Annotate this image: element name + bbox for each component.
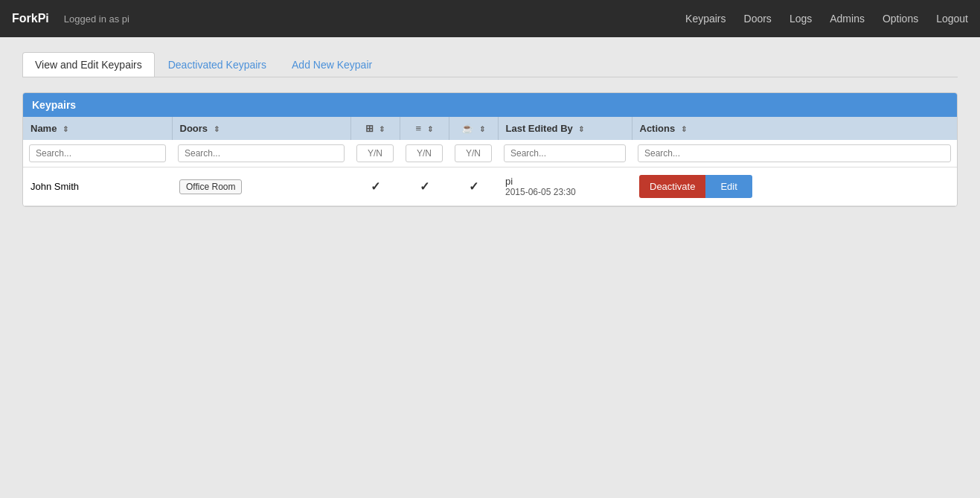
search-lastedited-cell <box>498 140 632 167</box>
nav-options[interactable]: Options <box>883 13 918 25</box>
table-row: John Smith Office Room ✓ ✓ ✓ p <box>23 167 957 206</box>
search-yn2-input[interactable] <box>406 144 443 162</box>
search-yn3-cell <box>449 140 498 167</box>
col-header-list[interactable]: ≡ ⇕ <box>400 117 449 140</box>
sort-actions-icon: ⇕ <box>681 125 687 133</box>
sort-coffee-icon: ⇕ <box>479 125 485 133</box>
search-doors-input[interactable] <box>178 144 345 162</box>
search-actions-input[interactable] <box>638 144 951 162</box>
nav-logs[interactable]: Logs <box>790 13 812 25</box>
table-title: Keypairs <box>23 93 957 117</box>
search-yn2-cell <box>400 140 449 167</box>
tab-deactivated[interactable]: Deactivated Keypairs <box>156 53 278 77</box>
sort-list-icon: ⇕ <box>427 125 433 133</box>
search-doors-cell <box>172 140 350 167</box>
keypairs-table: Name ⇕ Doors ⇕ ⊞ ⇕ ≡ ⇕ <box>23 117 957 206</box>
keypairs-table-container: Keypairs Name ⇕ Doors ⇕ ⊞ ⇕ <box>22 92 958 207</box>
nav-admins[interactable]: Admins <box>830 13 865 25</box>
search-name-input[interactable] <box>29 144 166 162</box>
row-check1-cell: ✓ <box>350 167 400 206</box>
sort-name-icon: ⇕ <box>63 125 68 133</box>
row-doors-cell: Office Room <box>172 167 350 206</box>
row-actions-cell: Deactivate Edit <box>632 167 957 206</box>
col-header-coffee[interactable]: ☕ ⇕ <box>449 117 498 140</box>
main-content: View and Edit Keypairs Deactivated Keypa… <box>0 37 980 222</box>
search-yn3-input[interactable] <box>455 144 492 162</box>
tab-bar: View and Edit Keypairs Deactivated Keypa… <box>22 52 958 77</box>
sort-grid-icon: ⇕ <box>379 125 385 133</box>
last-edited-name: pi <box>505 176 624 187</box>
row-name: John Smith <box>31 181 79 192</box>
table-body: John Smith Office Room ✓ ✓ ✓ p <box>23 167 957 206</box>
check2-icon: ✓ <box>407 179 441 194</box>
search-actions-cell <box>632 140 957 167</box>
action-buttons: Deactivate Edit <box>639 175 949 198</box>
search-name-cell <box>23 140 172 167</box>
table-header-row: Name ⇕ Doors ⇕ ⊞ ⇕ ≡ ⇕ <box>23 117 957 140</box>
coffee-header-icon: ☕ <box>461 123 473 134</box>
row-lastedited-cell: pi 2015-06-05 23:30 <box>498 167 632 206</box>
tab-view-edit[interactable]: View and Edit Keypairs <box>22 52 155 77</box>
sort-doors-icon: ⇕ <box>214 125 220 133</box>
door-badge: Office Room <box>179 179 242 194</box>
navbar: ForkPi Logged in as pi Keypairs Doors Lo… <box>0 0 980 37</box>
col-header-actions[interactable]: Actions ⇕ <box>632 117 957 140</box>
grid-header-icon: ⊞ <box>365 123 374 134</box>
row-check2-cell: ✓ <box>400 167 449 206</box>
app-brand: ForkPi <box>12 12 49 25</box>
col-header-lastedited[interactable]: Last Edited By ⇕ <box>498 117 632 140</box>
col-header-doors[interactable]: Doors ⇕ <box>172 117 350 140</box>
col-header-grid[interactable]: ⊞ ⇕ <box>350 117 400 140</box>
nav-links: Keypairs Doors Logs Admins Options Logou… <box>685 13 968 25</box>
deactivate-button[interactable]: Deactivate <box>639 175 705 198</box>
check1-icon: ✓ <box>358 179 392 194</box>
tab-add-new[interactable]: Add New Keypair <box>280 53 384 77</box>
table-search-row <box>23 140 957 167</box>
logged-in-text: Logged in as pi <box>64 13 685 25</box>
edit-button[interactable]: Edit <box>705 175 752 198</box>
row-name-cell: John Smith <box>23 167 172 206</box>
search-yn1-input[interactable] <box>356 144 394 162</box>
row-check3-cell: ✓ <box>449 167 498 206</box>
search-yn1-cell <box>350 140 400 167</box>
sort-lastedited-icon: ⇕ <box>578 125 584 133</box>
nav-keypairs[interactable]: Keypairs <box>685 13 726 25</box>
search-lastedited-input[interactable] <box>504 144 626 162</box>
nav-doors[interactable]: Doors <box>744 13 772 25</box>
check3-icon: ✓ <box>456 179 490 194</box>
last-edited-date: 2015-06-05 23:30 <box>505 187 624 197</box>
nav-logout[interactable]: Logout <box>936 13 968 25</box>
list-header-icon: ≡ <box>415 123 421 134</box>
col-header-name[interactable]: Name ⇕ <box>23 117 172 140</box>
